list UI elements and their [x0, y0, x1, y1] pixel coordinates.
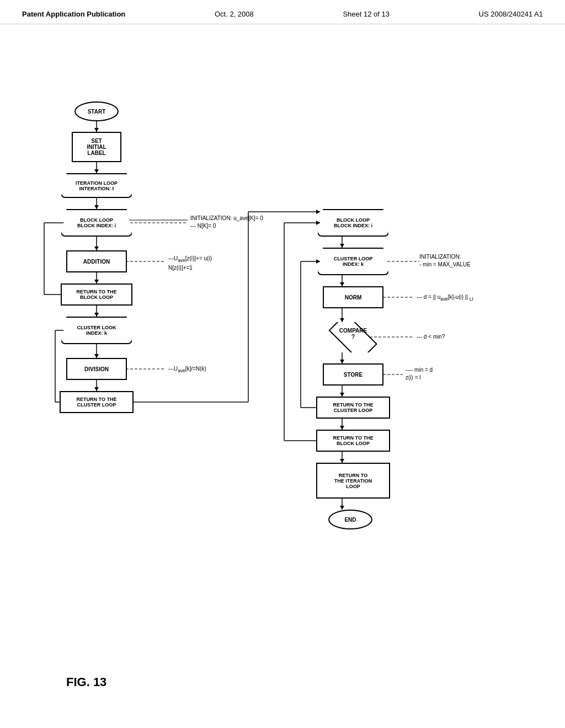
cluster-loop-right-node: CLUSTER LOOPINDEX: k — [317, 248, 389, 275]
svg-marker-13 — [94, 354, 99, 358]
iteration-loop-node: ITERATION LOOPINTERATION: t — [61, 173, 132, 198]
division-annotation: ---Uave[k]/=N(k) — [168, 365, 206, 374]
svg-marker-5 — [94, 205, 99, 209]
svg-marker-9 — [94, 280, 99, 283]
page: Patent Application Publication Oct. 2, 2… — [0, 0, 565, 728]
svg-marker-17 — [340, 244, 344, 248]
svg-marker-25 — [340, 393, 344, 397]
svg-marker-29 — [340, 459, 344, 463]
return-iteration-loop-node: RETURN TOTHE ITERATIONLOOP — [316, 463, 390, 499]
svg-marker-1 — [94, 128, 99, 132]
sheet-info: Sheet 12 of 13 — [343, 10, 390, 18]
block-loop-left-node: BLOCK LOOPBLOCK INDEX: i — [61, 209, 132, 237]
return-block-loop-node: RETURN TO THEBLOCK LOOP — [61, 283, 132, 306]
svg-marker-50 — [316, 259, 320, 264]
svg-marker-3 — [94, 169, 99, 173]
init-right-annotation: INITIALIZATION: - min = MAX_VALUE — [419, 253, 471, 269]
svg-marker-19 — [340, 282, 344, 286]
return-cluster-loop-left-node: RETURN TO THECLUSTER LOOP — [60, 391, 134, 413]
store-annotation: ---- min = d z(i) = l — [406, 366, 433, 382]
svg-marker-7 — [94, 247, 99, 250]
store-node: STORE — [323, 363, 383, 386]
svg-marker-54 — [316, 221, 320, 225]
publication-label: Patent Application Publication — [22, 10, 125, 18]
compare-node: COMPARE? — [326, 322, 381, 352]
svg-marker-23 — [340, 360, 344, 363]
norm-node: NORM — [323, 286, 383, 308]
svg-marker-21 — [340, 318, 344, 322]
set-initial-node: SETINITIALLABEL — [72, 132, 121, 162]
svg-marker-60 — [316, 210, 320, 214]
publication-date: Oct. 2, 2008 — [215, 10, 254, 18]
addition-annotation: ---Uave[z(i)]+= u(i) N[z(i)]+=1 — [168, 255, 212, 272]
svg-marker-11 — [94, 313, 99, 317]
start-node: START — [74, 101, 119, 121]
patent-number: US 2008/240241 A1 — [479, 10, 543, 18]
block-loop-right-node: BLOCK LOOPBLOCK INDEX: i — [317, 209, 389, 237]
return-cluster-loop-right-node: RETURN TO THECLUSTER LOOP — [316, 397, 390, 419]
svg-marker-31 — [340, 506, 344, 510]
compare-annotation: --- d < min? — [417, 333, 445, 341]
svg-marker-15 — [94, 387, 99, 391]
norm-annotation: --- d = || uave[k]-u(i) || LI — [417, 293, 473, 303]
svg-marker-27 — [340, 426, 344, 430]
page-header: Patent Application Publication Oct. 2, 2… — [0, 0, 565, 24]
addition-node: ADDITION — [66, 250, 127, 272]
cluster-look-node: CLUSTER LOOKINDEX: k — [61, 317, 132, 344]
figure-label: FIG. 13 — [66, 675, 106, 689]
diagram-area: START SETINITIALLABEL ITERATION LOOPINTE… — [0, 24, 565, 697]
init-left-annotation: INITIALIZATION: u_ave[K]= 0 --- N[K]= 0 — [190, 215, 263, 230]
division-node: DIVISION — [66, 358, 127, 380]
return-block-loop-right-node: RETURN TO THEBLOCK LOOP — [316, 430, 390, 452]
end-node: END — [328, 510, 372, 529]
